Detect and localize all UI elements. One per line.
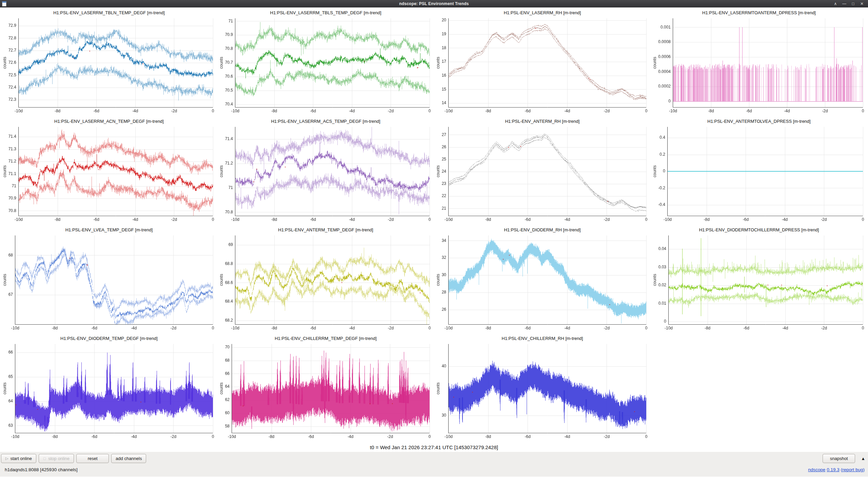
nds-server-status: h1daqnds1:8088 [425930 channels] [5,467,78,472]
stop-online-button: ◻ stop online [39,454,74,463]
start-online-button[interactable]: ▷ start online [1,454,36,463]
plot-panel: H1:PSL-ENV_LASERRM_ACS_TEMP_DEGF [m-tren… [217,117,434,226]
snapshot-button[interactable]: snapshot [823,454,855,463]
plot-panel: H1:PSL-ENV_CHILLERRM_RH [m-trend] [434,334,651,443]
plot-panel: H1:PSL-ENV_LASERRM_TBLS_TEMP_DEGF [m-tre… [217,9,434,117]
close-button[interactable]: ✕ [859,1,865,6]
plot-title: H1:PSL-ENV_ANTERM_RH [m-trend] [434,117,651,124]
plot-title: H1:PSL-ENV_LASERRM_TBLS_TEMP_DEGF [m-tre… [217,9,434,16]
shade-window-button[interactable]: ∧ [833,1,838,6]
plot-title: H1:PSL-ENV_LASERRM_RH [m-trend] [434,9,651,16]
plot-panel: H1:PSL-ENV_DIODERM_TEMP_DEGF [m-trend] [1,334,217,443]
maximize-button[interactable]: □ [850,1,856,6]
plot-grid: H1:PSL-ENV_LASERRM_TBLN_TEMP_DEGF [m-tre… [0,7,868,443]
version-link[interactable]: 0.19.3 [827,467,840,472]
stop-icon: ◻ [43,456,46,461]
toolbar: ▷ start online ◻ stop online reset add c… [0,452,868,465]
plot-title: H1:PSL-ENV_CHILLERRM_TEMP_DEGF [m-trend] [217,334,434,341]
plot-canvas[interactable] [435,16,649,115]
plot-canvas[interactable] [1,341,216,441]
plot-panel: H1:PSL-ENV_LASERRM_RH [m-trend] [434,9,651,117]
window-title: ndscope: PSL Environment Trends [0,1,868,6]
plot-canvas[interactable] [218,16,432,115]
plot-canvas[interactable] [1,124,216,224]
plot-panel: H1:PSL-ENV_DIODERMTOCHILLERRM_DPRESS [m-… [651,226,867,334]
plot-canvas[interactable] [651,233,866,332]
minimize-button[interactable]: — [842,1,847,6]
plot-panel: H1:PSL-ENV_LASERRM_TBLN_TEMP_DEGF [m-tre… [1,9,217,117]
plot-title: H1:PSL-ENV_CHILLERRM_RH [m-trend] [434,334,651,341]
plot-title: H1:PSL-ENV_DIODERM_TEMP_DEGF [m-trend] [1,334,217,341]
title-bar: ndscope: PSL Environment Trends ∧ — □ ✕ [0,0,868,7]
plot-title: H1:PSL-ENV_LASERRM_ACS_TEMP_DEGF [m-tren… [217,117,434,124]
add-channels-button[interactable]: add channels [111,454,146,463]
plot-canvas[interactable] [435,341,649,441]
reset-button[interactable]: reset [76,454,109,463]
status-bar: h1daqnds1:8088 [425930 channels] ndscope… [0,465,868,477]
plot-title: H1:PSL-ENV_ANTERM_TEMP_DEGF [m-trend] [217,226,434,233]
report-bug-link[interactable]: report bug [842,467,863,472]
plot-panel: H1:PSL-ENV_LASERRM_ACN_TEMP_DEGF [m-tren… [1,117,217,226]
play-icon: ▷ [5,456,8,461]
plot-title: H1:PSL-ENV_ANTERMTOLVEA_DPRESS [m-trend] [651,117,867,124]
plot-canvas[interactable] [218,233,432,332]
plot-panel: H1:PSL-ENV_LASERRMTOANTERM_DPRESS [m-tre… [651,9,867,117]
plot-title: H1:PSL-ENV_LASERRM_ACN_TEMP_DEGF [m-tren… [1,117,217,124]
plot-panel: H1:PSL-ENV_ANTERM_TEMP_DEGF [m-trend] [217,226,434,334]
plot-panel: H1:PSL-ENV_ANTERMTOLVEA_DPRESS [m-trend] [651,117,867,226]
expand-panel-icon[interactable]: ▲ [861,456,865,461]
plot-canvas[interactable] [435,124,649,224]
ndscope-link[interactable]: ndscope [808,467,825,472]
plot-title: H1:PSL-ENV_LASERRMTOANTERM_DPRESS [m-tre… [651,9,867,16]
plot-canvas[interactable] [1,233,216,332]
plot-title: H1:PSL-ENV_DIODERMTOCHILLERRM_DPRESS [m-… [651,226,867,233]
plot-canvas[interactable] [435,233,649,332]
plot-panel: H1:PSL-ENV_ANTERM_RH [m-trend] [434,117,651,226]
plot-canvas[interactable] [651,124,866,224]
plot-canvas[interactable] [651,16,866,115]
plot-canvas[interactable] [218,341,432,441]
plot-panel: H1:PSL-ENV_CHILLERRM_TEMP_DEGF [m-trend] [217,334,434,443]
plot-panel: H1:PSL-ENV_LVEA_TEMP_DEGF [m-trend] [1,226,217,334]
plot-title: H1:PSL-ENV_LASERRM_TBLN_TEMP_DEGF [m-tre… [1,9,217,16]
plot-title: H1:PSL-ENV_DIODERM_RH [m-trend] [434,226,651,233]
plot-title: H1:PSL-ENV_LVEA_TEMP_DEGF [m-trend] [1,226,217,233]
plot-panel: H1:PSL-ENV_DIODERM_RH [m-trend] [434,226,651,334]
about-links: ndscope 0.19.3 (report bug) [808,467,865,472]
plot-canvas[interactable] [218,124,432,224]
t0-label: t0 = Wed Jan 21 2026 23:27:41 UTC [14530… [0,443,868,452]
plot-canvas[interactable] [1,16,216,115]
